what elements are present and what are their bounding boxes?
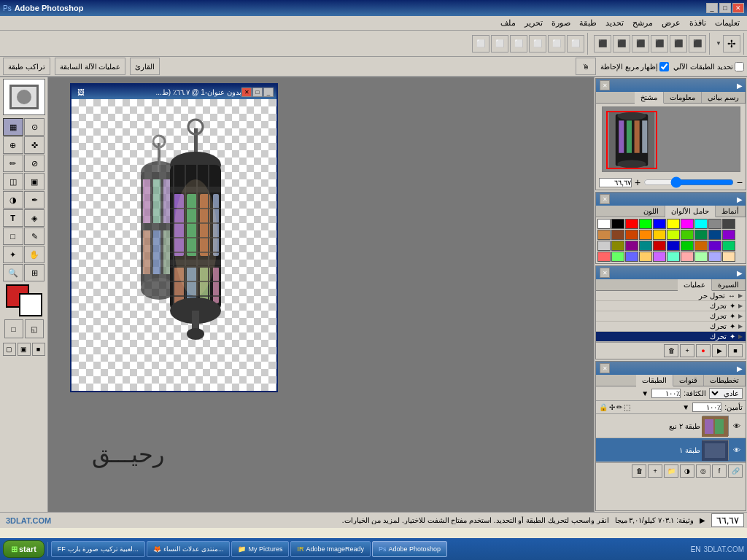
swatch-item[interactable] [597,241,611,251]
taskbar-btn-game[interactable]: FF لعبية تركيب صورة بارب... [51,541,145,557]
actions-stop-button[interactable]: ■ [728,344,743,357]
swatch-item[interactable] [597,219,611,229]
menu-help[interactable]: تعليمات [711,16,744,30]
fill-input[interactable] [692,402,721,412]
swatch-item[interactable] [639,241,652,251]
maximize-button[interactable]: □ [719,3,731,13]
swatch-item[interactable] [653,219,666,229]
recent-brushes-button[interactable]: عمليات الآلة السابقة [55,58,126,75]
close-button[interactable]: ✕ [732,3,744,13]
swatch-item[interactable] [625,241,638,251]
zoom-slider[interactable] [643,176,734,188]
action-item-0[interactable]: ▶ ↔ تحول حر [596,291,746,301]
swatch-item[interactable] [667,219,680,229]
swatch-item[interactable] [653,241,666,251]
swatch-item[interactable] [722,252,735,262]
swatch-item[interactable] [625,219,638,229]
swatch-item[interactable] [681,241,694,251]
action-item-4[interactable]: ▶ ✦ تحرك [596,332,746,342]
distribute-bottom-button[interactable]: ⬜ [472,35,489,52]
zoom-tool[interactable]: 🔍 [3,264,23,281]
spot-heal-tool[interactable]: ✜ [24,136,44,154]
menu-image[interactable]: صورة [547,16,575,30]
swatch-item[interactable] [694,219,708,229]
align-top-button[interactable]: ⬛ [632,35,649,52]
swatch-item[interactable] [625,252,638,262]
move-tool-button[interactable]: ✢ [723,35,740,52]
zoom-input[interactable] [599,178,632,187]
background-color[interactable] [19,293,42,316]
actions-panel-close[interactable]: ✕ [600,268,610,278]
swatch-item[interactable] [694,252,708,262]
layer-link-button[interactable]: 🔗 [728,464,743,478]
layer-new-button[interactable]: + [648,464,662,478]
actions-delete-button[interactable]: 🗑 [664,344,678,357]
type-tool[interactable]: T [3,209,23,227]
tab-color[interactable]: اللون [638,206,665,217]
distribute-middle-button[interactable]: ⬜ [491,35,508,52]
tab-patterns[interactable]: أنماط [716,206,746,217]
swatch-item[interactable] [681,252,694,262]
quick-mask-mode[interactable]: ◱ [25,319,44,338]
zoom-out-icon[interactable]: − [737,176,743,188]
align-middle-button[interactable]: ⬛ [613,35,630,52]
lock-all-icon[interactable]: 🔒 [599,403,608,411]
layer-1-visibility[interactable]: 👁 [731,420,743,432]
fill-arrow[interactable]: ▼ [682,403,689,411]
tab-navigator[interactable]: مشتخ [635,92,664,104]
swatch-item[interactable] [639,252,652,262]
swatches-panel-close[interactable]: ✕ [600,194,610,204]
swatch-item[interactable] [611,230,624,240]
taskbar-btn-pictures[interactable]: 📁 My Pictures [231,541,289,557]
layer-style-button[interactable]: f [712,464,727,478]
distribute-center-button[interactable]: ⬜ [548,35,565,52]
taskbar-btn-forum[interactable]: 🦊 منتدى عدلات النساء... [147,541,231,557]
blend-mode-select[interactable]: عادي ضرب شاشة [709,388,743,399]
pen-tool[interactable]: ✒ [24,191,44,209]
doc-restore-button[interactable]: □ [252,88,263,97]
taskbar-btn-photoshop[interactable]: Ps Adobe Photoshop [372,541,447,557]
swatch-item[interactable] [667,252,680,262]
layer-group-button[interactable]: 📁 [664,464,678,478]
layer-2-visibility[interactable]: 👁 [731,444,743,456]
standard-screen[interactable]: ▢ [3,343,16,356]
layer-adjustment-button[interactable]: ◑ [680,464,694,478]
menu-edit[interactable]: تحرير [520,16,547,30]
snap-checkbox[interactable] [735,62,744,71]
actions-record-button[interactable]: ● [696,344,711,357]
swatch-item[interactable] [653,252,666,262]
swatch-item[interactable] [681,230,694,240]
reader-button[interactable]: القارئ [130,58,160,75]
swatch-item[interactable] [708,241,721,251]
brush-preset-button[interactable]: تراكب طبقة [3,58,50,75]
menu-select[interactable]: تحديد [601,16,628,30]
swatch-item[interactable] [639,219,652,229]
zoom-in-icon[interactable]: + [635,176,640,188]
swatch-item[interactable] [611,219,624,229]
shape-tool[interactable]: □ [3,228,23,245]
tab-actions[interactable]: عمليات [678,279,712,291]
standard-mode[interactable]: □ [4,319,23,338]
action-item-2[interactable]: ▶ ✦ تحرك [596,311,746,322]
full-screen[interactable]: ■ [32,343,45,356]
opacity-input[interactable] [651,389,681,398]
document-canvas[interactable] [71,99,276,391]
menu-window[interactable]: نافذة [685,16,711,30]
selection-tool[interactable]: ▦ [3,118,23,136]
actions-play-button[interactable]: ▶ [712,344,727,357]
swatch-item[interactable] [722,219,735,229]
tab-swatches[interactable]: حامل الألوان [665,206,716,217]
show-bbox-checkbox[interactable] [659,62,669,71]
path-tool[interactable]: ◈ [24,209,44,227]
eraser-tool[interactable]: ◫ [3,173,23,190]
align-bottom-button[interactable]: ⬛ [594,35,611,52]
swatch-item[interactable] [708,230,721,240]
doc-close-button[interactable]: ✕ [241,88,252,97]
minimize-button[interactable]: _ [706,3,718,13]
swatch-item[interactable] [667,241,680,251]
magic-wand-button[interactable]: 🖱 [576,58,596,75]
swatch-item[interactable] [625,230,638,240]
align-left-button[interactable]: ⬛ [689,35,706,52]
action-item-3[interactable]: ▶ ✦ تحرك [596,322,746,332]
layer-delete-button[interactable]: 🗑 [632,464,646,478]
